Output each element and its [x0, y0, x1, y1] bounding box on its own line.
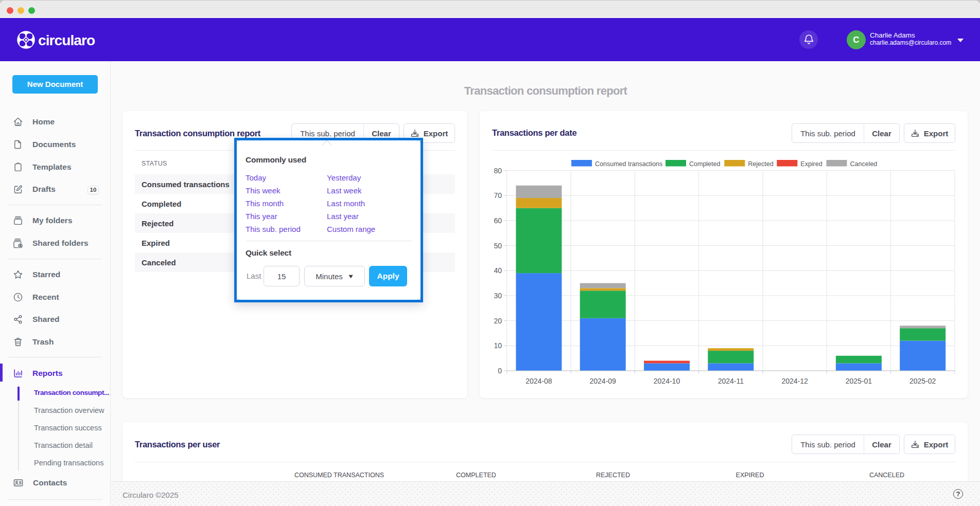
svg-text:50: 50 — [494, 242, 502, 250]
svg-text:Expired: Expired — [800, 160, 822, 168]
svg-text:20: 20 — [494, 317, 502, 325]
svg-text:Rejected: Rejected — [748, 160, 773, 168]
svg-text:2025-01: 2025-01 — [846, 377, 872, 385]
svg-text:40: 40 — [494, 266, 502, 275]
svg-text:Canceled: Canceled — [850, 160, 878, 168]
svg-text:2024-11: 2024-11 — [718, 377, 744, 385]
svg-text:30: 30 — [494, 292, 502, 300]
svg-text:2024-08: 2024-08 — [526, 377, 552, 385]
svg-text:Consumed transactions: Consumed transactions — [595, 160, 662, 168]
svg-text:Completed: Completed — [689, 160, 720, 168]
svg-text:2024-09: 2024-09 — [590, 377, 617, 385]
svg-text:2024-10: 2024-10 — [654, 377, 680, 385]
svg-text:60: 60 — [494, 216, 502, 225]
svg-text:2025-02: 2025-02 — [909, 377, 936, 385]
svg-text:10: 10 — [494, 341, 502, 350]
svg-text:70: 70 — [494, 191, 502, 200]
svg-text:0: 0 — [498, 367, 502, 375]
svg-text:80: 80 — [494, 167, 502, 175]
svg-text:2024-12: 2024-12 — [781, 377, 808, 385]
